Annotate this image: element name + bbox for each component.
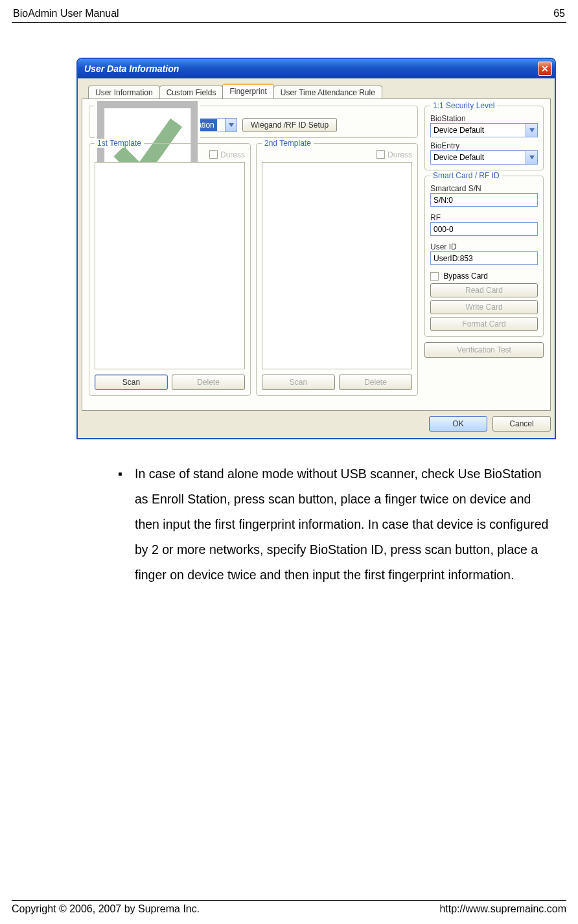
wiegand-rfid-setup-button[interactable]: Wiegand /RF ID Setup [242,118,337,132]
template-1-label: 1st Template [95,139,144,148]
scan-button-2[interactable]: Scan [262,375,335,390]
bioentry-label: BioEntry [430,141,538,150]
template-2-duress: Duress [262,150,412,159]
left-column: Use Device as Enroll Station Device ID [… [89,106,418,401]
bioentry-value: Device Default [431,153,487,162]
bypass-card-row: Bypass Card [430,271,538,281]
bullet-text: In case of stand alone mode without USB … [135,461,553,588]
page-header: BioAdmin User Manual 65 [12,8,566,23]
titlebar: User Data Information ✕ [78,59,555,78]
template-1-image [95,162,245,369]
tab-user-information[interactable]: User Information [88,86,160,99]
format-card-button[interactable]: Format Card [430,317,538,331]
template-2-group: 2nd Template Duress Scan Delete [256,143,418,396]
rf-field[interactable]: 000-0 [430,222,538,236]
security-level-label: 1:1 Security Level [430,101,497,110]
delete-button-1[interactable]: Delete [172,375,245,390]
tab-fingerprint[interactable]: Fingerprint [222,84,273,98]
tab-panel-fingerprint: Use Device as Enroll Station Device ID [… [82,98,551,411]
biostation-value: Device Default [431,126,487,135]
bullet-icon: ▪ [118,461,135,588]
delete-button-2[interactable]: Delete [339,375,412,390]
footer-right: http://www.supremainc.com [439,903,566,915]
rf-label: RF [430,213,538,222]
userid-field[interactable]: UserID:853 [430,251,538,265]
bypass-card-label: Bypass Card [443,271,488,281]
dialog-body: User Information Custom Fields Fingerpri… [78,78,555,438]
bullet-item: ▪ In case of stand alone mode without US… [118,461,553,588]
userid-label: User ID [430,242,538,251]
tab-custom-fields[interactable]: Custom Fields [159,86,224,99]
bypass-card-checkbox[interactable] [430,272,439,281]
templates-row: 1st Template Duress Scan Delete [89,143,418,401]
template-2-label: 2nd Template [262,139,314,148]
close-icon: ✕ [541,64,549,73]
smartcard-sn-field[interactable]: S/N:0 [430,193,538,207]
smartcard-group-label: Smart Card / RF ID [430,171,502,180]
smartcard-sn-label: Smartcard S/N [430,184,538,193]
ok-button[interactable]: OK [429,416,487,432]
tab-user-tar[interactable]: User Time Attendance Rule [273,86,382,99]
template-1-duress: Duress [95,150,245,159]
chevron-down-icon [526,151,537,164]
user-data-dialog: User Data Information ✕ User Information… [76,58,556,439]
body-text: ▪ In case of stand alone mode without US… [118,461,553,588]
duress-checkbox-1[interactable] [209,150,218,159]
verification-test-button[interactable]: Verification Test [424,342,544,358]
page-number: 65 [553,8,565,19]
chevron-down-icon [526,124,537,137]
biostation-select[interactable]: Device Default [430,123,538,137]
enroll-station-group: Use Device as Enroll Station Device ID [… [89,106,418,138]
biostation-label: BioStation [430,114,538,123]
write-card-button[interactable]: Write Card [430,300,538,314]
tabs: User Information Custom Fields Fingerpri… [88,84,551,98]
read-card-button[interactable]: Read Card [430,283,538,297]
chevron-down-icon [225,119,237,132]
template-2-image [262,162,412,369]
dialog-title: User Data Information [84,64,179,74]
bioentry-select[interactable]: Device Default [430,150,538,165]
duress-checkbox-2[interactable] [376,150,385,159]
template-1-group: 1st Template Duress Scan Delete [89,143,251,396]
cancel-button[interactable]: Cancel [492,416,551,432]
header-left: BioAdmin User Manual [13,8,119,19]
dialog-container: User Data Information ✕ User Information… [76,58,566,439]
duress-label-2: Duress [387,150,412,159]
close-button[interactable]: ✕ [538,62,552,76]
footer-left: Copyright © 2006, 2007 by Suprema Inc. [12,903,200,915]
dialog-footer-buttons: OK Cancel [82,416,551,432]
duress-label-1: Duress [220,150,245,159]
scan-button-1[interactable]: Scan [95,375,168,390]
right-column: 1:1 Security Level BioStation Device Def… [424,106,544,401]
smartcard-group: Smart Card / RF ID Smartcard S/N S/N:0 R… [424,176,544,337]
security-level-group: 1:1 Security Level BioStation Device Def… [424,106,544,170]
page-footer: Copyright © 2006, 2007 by Suprema Inc. h… [12,900,566,915]
